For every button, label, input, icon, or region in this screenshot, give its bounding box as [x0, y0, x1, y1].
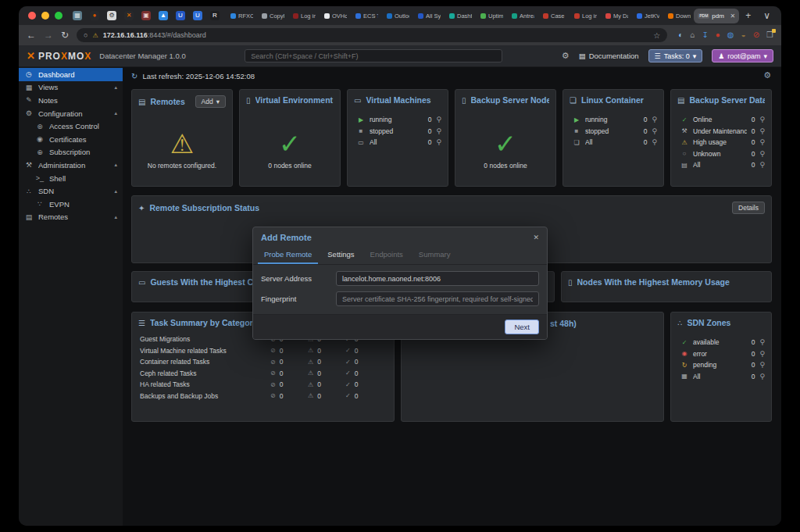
browser-tab[interactable]: Dashbo — [445, 9, 476, 23]
details-button[interactable]: Details — [732, 202, 765, 214]
global-search-input[interactable] — [245, 49, 502, 62]
zoom-window-button[interactable] — [55, 12, 62, 20]
browser-tab[interactable]: Log in — [570, 9, 601, 23]
sdn-row-available[interactable]: ✓available0⚲ — [680, 338, 765, 346]
extension-icon[interactable]: ◍ — [727, 31, 734, 39]
card-row-high-usage[interactable]: ⚠High usage0⚲ — [680, 138, 765, 146]
browser-tab[interactable]: All Syst — [414, 9, 445, 23]
close-dialog-icon[interactable]: ✕ — [533, 234, 539, 241]
back-icon[interactable]: ← — [27, 30, 36, 41]
extension-icon[interactable]: ❒ — [766, 31, 773, 39]
new-tab-button[interactable]: + — [739, 10, 757, 21]
sidebar-item-shell[interactable]: >_Shell — [19, 172, 123, 185]
card-row-stopped[interactable]: ■stopped0⚲ — [357, 127, 441, 135]
collapse-arrow-icon[interactable]: ▴ — [114, 214, 117, 220]
magnifier-icon[interactable]: ⚲ — [759, 127, 765, 135]
card-row-all[interactable]: ▭All0⚲ — [357, 138, 441, 146]
browser-tab[interactable]: Uptime — [477, 9, 507, 23]
card-row-all[interactable]: ❏All0⚲ — [573, 138, 657, 146]
sdn-row-pending[interactable]: ↻pending0⚲ — [680, 361, 765, 369]
card-row-running[interactable]: ▶running0⚲ — [573, 116, 657, 123]
pinned-tab[interactable]: ⚙ — [105, 9, 119, 23]
close-tab-icon[interactable]: ✕ — [730, 12, 735, 20]
card-row-running[interactable]: ▶running0⚲ — [357, 116, 441, 123]
sidebar-item-dashboard[interactable]: ◷Dashboard — [19, 68, 123, 81]
browser-tab[interactable]: ECS TU — [352, 9, 382, 23]
collapse-arrow-icon[interactable]: ▴ — [114, 84, 117, 91]
forward-icon[interactable]: → — [44, 30, 53, 41]
magnifier-icon[interactable]: ⚲ — [436, 138, 441, 146]
magnifier-icon[interactable]: ⚲ — [759, 138, 765, 146]
refresh-icon[interactable]: ↻ — [131, 72, 138, 80]
magnifier-icon[interactable]: ⚲ — [759, 373, 765, 380]
pinned-tab[interactable]: ● — [88, 9, 102, 23]
magnifier-icon[interactable]: ⚲ — [652, 127, 657, 135]
dialog-tab-settings[interactable]: Settings — [321, 245, 360, 264]
dialog-tab-probe-remote[interactable]: Probe Remote — [258, 245, 318, 264]
sdn-row-all[interactable]: ▦All0⚲ — [680, 373, 765, 380]
card-row-online[interactable]: ✓Online0⚲ — [680, 116, 765, 123]
sidebar-item-views[interactable]: ▦Views▴ — [19, 81, 123, 95]
browser-tab[interactable]: OVHclo — [320, 9, 351, 23]
sdn-row-error[interactable]: ◉error0⚲ — [680, 350, 765, 358]
extension-icon[interactable]: ⌂ — [690, 31, 695, 39]
pinned-tab[interactable]: U — [191, 9, 205, 23]
sidebar-item-access-control[interactable]: ⊛Access Control — [19, 120, 123, 133]
bookmark-icon[interactable]: ☆ — [653, 31, 660, 40]
tasks-button[interactable]: ☰Tasks: 0▾ — [648, 49, 703, 62]
theme-settings-icon[interactable]: ⚙ — [562, 51, 570, 61]
extension-icon[interactable]: ⊘ — [753, 31, 759, 39]
sidebar-item-administration[interactable]: ⚒Administration▴ — [19, 159, 123, 172]
pinned-tab[interactable]: ✕ — [122, 9, 136, 23]
pinned-tab[interactable]: R — [208, 9, 222, 23]
tab-search-button[interactable]: ∨ — [757, 10, 777, 21]
tab-pdm-active[interactable]: PDM pdm ✕ — [694, 9, 739, 23]
extension-icon[interactable]: ● — [716, 31, 720, 39]
pinned-tab[interactable]: ▣ — [139, 9, 153, 23]
magnifier-icon[interactable]: ⚲ — [759, 161, 765, 169]
card-row-under-maintenance[interactable]: ⚒Under Maintenance0⚲ — [680, 127, 765, 135]
magnifier-icon[interactable]: ⚲ — [759, 338, 765, 346]
extension-icon[interactable]: ◒ — [741, 31, 746, 39]
next-button[interactable]: Next — [505, 320, 539, 334]
magnifier-icon[interactable]: ⚲ — [759, 150, 765, 158]
sidebar-item-remotes[interactable]: ▤Remotes▴ — [19, 211, 123, 224]
close-window-button[interactable] — [28, 12, 36, 20]
server-address-input[interactable] — [336, 271, 539, 286]
collapse-arrow-icon[interactable]: ▴ — [114, 188, 117, 195]
url-text[interactable]: 172.16.16.116:8443/#/dashboard — [103, 31, 649, 39]
browser-tab[interactable]: JetKVM — [633, 9, 663, 23]
browser-tab[interactable]: RFXCO — [227, 9, 257, 23]
reload-icon[interactable]: ↻ — [61, 30, 69, 41]
magnifier-icon[interactable]: ⚲ — [759, 361, 765, 369]
sidebar-item-sdn[interactable]: ∴SDN▴ — [19, 184, 123, 198]
sidebar-item-subscription[interactable]: ⊕Subscription — [19, 146, 123, 159]
collapse-arrow-icon[interactable]: ▴ — [114, 162, 117, 168]
pinned-tab[interactable]: ▦ — [70, 9, 84, 23]
card-row-all[interactable]: ▤All0⚲ — [680, 161, 765, 169]
card-row-unknown[interactable]: ○Unknown0⚲ — [680, 150, 765, 158]
browser-tab[interactable]: Outlook — [383, 9, 413, 23]
extension-icon[interactable]: ↧ — [702, 31, 708, 39]
browser-tab[interactable]: Antrea — [508, 9, 538, 23]
browser-tab[interactable]: Case 04 — [539, 9, 570, 23]
browser-tab[interactable]: CopyP — [258, 9, 288, 23]
minimize-window-button[interactable] — [41, 12, 49, 20]
magnifier-icon[interactable]: ⚲ — [652, 116, 657, 123]
add-remote-button[interactable]: Add▾ — [195, 95, 226, 108]
site-info-icon[interactable]: ○ — [84, 31, 88, 39]
dashboard-settings-icon[interactable]: ⚙ — [763, 70, 771, 80]
magnifier-icon[interactable]: ⚲ — [436, 116, 441, 123]
sidebar-item-certificates[interactable]: ◉Certificates — [19, 133, 123, 146]
fingerprint-input[interactable] — [336, 291, 539, 306]
documentation-link[interactable]: ▤Documentation — [579, 52, 639, 60]
address-bar[interactable]: ○ ⚠ 172.16.16.116:8443/#/dashboard ☆ — [77, 28, 667, 42]
collapse-arrow-icon[interactable]: ▴ — [114, 110, 117, 116]
magnifier-icon[interactable]: ⚲ — [652, 138, 657, 146]
user-menu-button[interactable]: ♟root@pam▾ — [712, 49, 773, 62]
magnifier-icon[interactable]: ⚲ — [436, 127, 441, 135]
browser-tab[interactable]: Downlo — [664, 9, 695, 23]
magnifier-icon[interactable]: ⚲ — [759, 350, 765, 358]
browser-tab[interactable]: Log in — [289, 9, 320, 23]
sidebar-item-evpn[interactable]: ∵EVPN — [19, 198, 123, 211]
